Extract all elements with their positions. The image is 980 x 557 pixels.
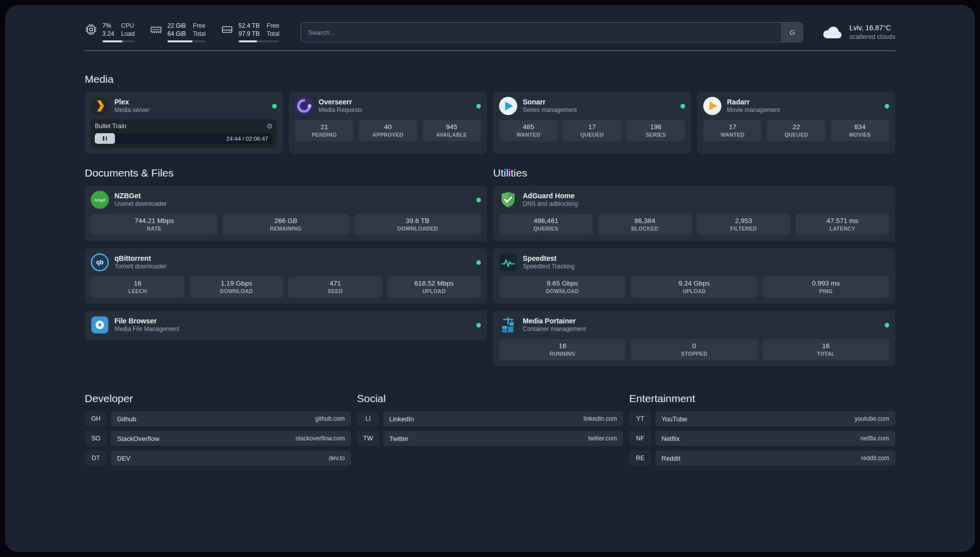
stat-value: 0 <box>633 342 755 350</box>
disk-total-label: Total <box>267 30 279 38</box>
search-provider-button[interactable]: G <box>781 23 803 42</box>
status-dot <box>476 260 481 265</box>
bookmark-pill: Netflixnetflix.com <box>655 431 895 446</box>
pause-button[interactable] <box>95 133 115 144</box>
bookmark-name: YouTube <box>661 415 687 423</box>
service-name: NZBGet <box>114 191 166 200</box>
bookmark-list: YTYouTubeyoutube.comNFNetflixnetflix.com… <box>629 411 895 466</box>
service-link-qbittorrent[interactable]: qb qBittorrent Torrent downloader <box>91 253 166 271</box>
resource-widgets: 7% 3.24 CPU Load <box>85 22 279 42</box>
bookmark-pill: DEVdev.to <box>111 451 351 466</box>
radarr-icon <box>703 97 721 115</box>
plex-now-playing: Bullet Train ⚙ 24:44 / 02:06:47 <box>91 119 277 148</box>
stat-label: AVAILABLE <box>424 132 479 138</box>
memory-total-value: 64 GiB <box>167 30 186 38</box>
nzbget-icon: nzbget <box>91 191 109 209</box>
bookmark-link[interactable]: LILinkedInlinkedin.com <box>357 411 623 426</box>
plex-icon <box>91 97 109 115</box>
bookmark-pill: LinkedInlinkedin.com <box>383 411 623 426</box>
service-name: Speedtest <box>523 254 575 263</box>
service-card-sonarr: Sonarr Series management 485WANTED17QUEU… <box>493 92 691 154</box>
service-link-adguard[interactable]: AdGuard Home DNS and adblocking <box>499 191 578 209</box>
stat-label: APPROVED <box>360 132 415 138</box>
stat-value: 2,953 <box>699 217 788 225</box>
settings-gear-icon[interactable]: ⚙ <box>266 122 273 130</box>
service-card-portainer: Media Portainer Container management 16R… <box>493 311 895 366</box>
adguard-icon <box>499 191 517 209</box>
service-card-overseerr: Overseerr Media Requests 21PENDING40APPR… <box>289 92 487 154</box>
stat-value: 40 <box>360 123 415 131</box>
service-link-nzbget[interactable]: nzbget NZBGet Usenet downloader <box>91 191 166 209</box>
service-subtitle: DNS and adblocking <box>523 200 578 208</box>
bookmark-link[interactable]: YTYouTubeyoutube.com <box>629 411 895 426</box>
stat-box: 17WANTED <box>703 120 762 141</box>
bookmark-group-entertainment: Entertainment YTYouTubeyoutube.comNFNetf… <box>629 393 895 466</box>
service-link-sonarr[interactable]: Sonarr Series management <box>499 97 577 115</box>
weather-widget: Lviv, 16.87°C scattered clouds <box>821 23 895 42</box>
search-bar: G <box>300 22 803 42</box>
cpu-icon <box>85 22 97 36</box>
bookmark-list: LILinkedInlinkedin.comTWTwittertwitter.c… <box>357 411 623 446</box>
service-stats: 16LEECH1.19 GbpsDOWNLOAD471SEED618.52 Mb… <box>91 276 481 298</box>
disk-icon <box>221 22 233 36</box>
service-name: AdGuard Home <box>523 191 578 200</box>
cpu-load-value: 3.24 <box>102 30 114 38</box>
stat-value: 16 <box>501 342 624 350</box>
service-stats: 485WANTED17QUEUED196SERIES <box>499 120 685 141</box>
stat-label: DOWNLOADED <box>356 226 479 232</box>
disk-free-value: 52.4 TB <box>238 22 260 30</box>
bookmarks-section: Developer GHGithubgithub.comSOStackOverf… <box>85 393 895 494</box>
qbittorrent-icon: qb <box>91 253 109 271</box>
stat-box: 16LEECH <box>91 276 185 298</box>
stat-box: 47.571 msLATENCY <box>795 214 889 235</box>
topbar-divider <box>85 50 895 51</box>
stat-label: BLOCKED <box>600 226 690 232</box>
stat-box: 0STOPPED <box>631 339 757 360</box>
bookmark-link[interactable]: GHGithubgithub.com <box>85 411 351 426</box>
stat-label: UPLOAD <box>389 288 479 294</box>
stat-value: 16 <box>765 342 887 350</box>
stat-value: 744.21 Mbps <box>93 217 215 225</box>
bookmark-link[interactable]: RERedditreddit.com <box>629 451 895 466</box>
stat-value: 16 <box>93 280 182 287</box>
sonarr-icon <box>499 97 517 115</box>
status-dot <box>885 323 889 327</box>
stat-box: 266 GBREMAINING <box>222 214 349 235</box>
bookmark-link[interactable]: DTDEVdev.to <box>85 451 351 466</box>
svg-text:nzbget: nzbget <box>94 198 106 202</box>
service-link-radarr[interactable]: Radarr Movie management <box>703 97 780 115</box>
memory-total-label: Total <box>193 30 206 38</box>
bookmark-abbr: YT <box>629 411 651 426</box>
stat-value: 17 <box>705 123 760 131</box>
service-link-filebrowser[interactable]: File Browser Media File Management <box>91 316 179 334</box>
bookmark-group-title: Entertainment <box>629 393 895 405</box>
stat-box: 9.24 GbpsUPLOAD <box>631 276 757 298</box>
stat-label: SERIES <box>629 132 683 138</box>
stat-label: STOPPED <box>633 351 755 357</box>
service-link-speedtest[interactable]: Speedtest Speedtest Tracking <box>499 253 575 271</box>
bookmark-link[interactable]: TWTwittertwitter.com <box>357 431 623 446</box>
bookmark-abbr: SO <box>85 431 107 446</box>
memory-free-value: 22 GiB <box>167 22 186 30</box>
bookmark-link[interactable]: SOStackOverflowstackoverflow.com <box>85 431 351 446</box>
stat-value: 196 <box>629 123 683 131</box>
service-link-overseerr[interactable]: Overseerr Media Requests <box>295 97 362 115</box>
service-subtitle: Speedtest Tracking <box>523 263 575 271</box>
stat-box: 17QUEUED <box>563 120 621 141</box>
service-subtitle: Usenet downloader <box>114 200 166 208</box>
service-link-plex[interactable]: Plex Media server <box>91 97 149 115</box>
stat-label: MOVIES <box>833 132 887 138</box>
search-input[interactable] <box>300 22 803 42</box>
bookmark-abbr: TW <box>357 431 379 446</box>
bookmark-abbr: LI <box>357 411 379 426</box>
stat-value: 9.24 Gbps <box>633 280 755 287</box>
stat-label: QUEUED <box>565 132 619 138</box>
status-dot <box>885 104 889 108</box>
status-dot <box>476 323 481 327</box>
service-name: qBittorrent <box>114 254 166 263</box>
stat-box: 16RUNNING <box>499 339 626 360</box>
bookmark-link[interactable]: NFNetflixnetflix.com <box>629 431 895 446</box>
bookmark-pill: Githubgithub.com <box>111 411 351 426</box>
service-link-portainer[interactable]: Media Portainer Container management <box>499 316 586 334</box>
stat-box: 9.65 GbpsDOWNLOAD <box>499 276 626 298</box>
